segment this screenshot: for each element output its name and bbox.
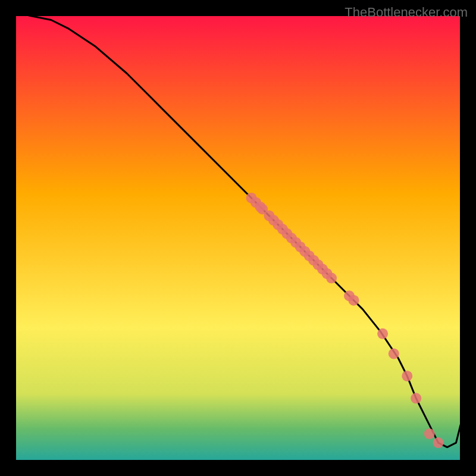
watermark-text: TheBottlenecker.com: [345, 5, 468, 20]
svg-point-28: [433, 437, 444, 448]
svg-point-23: [377, 328, 388, 339]
svg-point-20: [326, 273, 337, 283]
svg-point-22: [348, 295, 359, 306]
svg-point-26: [411, 393, 421, 403]
svg-rect-1: [15, 15, 461, 461]
svg-point-27: [424, 428, 435, 439]
bottleneck-chart: [0, 0, 476, 476]
chart-container: [0, 0, 476, 476]
svg-point-25: [402, 371, 412, 381]
svg-point-24: [389, 348, 399, 359]
